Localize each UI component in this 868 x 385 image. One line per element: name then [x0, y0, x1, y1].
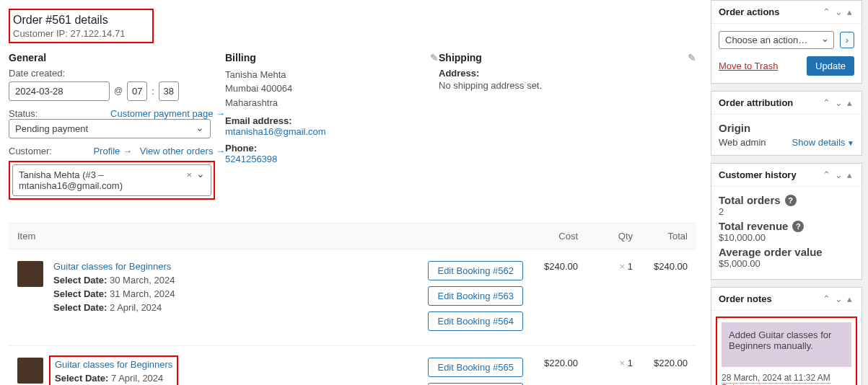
edit-billing-icon[interactable]: ✎	[430, 52, 439, 63]
note-meta: 28 March, 2024 at 11:32 AM Delete note	[722, 373, 851, 385]
billing-addr1: Mumbai 400064	[225, 81, 439, 96]
origin-label: Origin	[719, 122, 854, 134]
history-title: Customer history	[719, 169, 797, 180]
col-qty: Qty	[578, 231, 633, 242]
panel-down-icon[interactable]: ⌄	[833, 6, 845, 17]
customer-select-box: Tanisha Mehta (#3 – mtanisha16@gmail.com…	[9, 161, 215, 200]
panel-up-icon[interactable]: ⌃	[820, 97, 833, 108]
panel-up-icon[interactable]: ⌃	[820, 293, 833, 304]
update-button[interactable]: Update	[807, 56, 854, 76]
billing-heading: Billing	[225, 52, 256, 63]
item-total: $220.00	[633, 358, 688, 368]
edit-booking-button[interactable]: Edit Booking #562	[428, 261, 523, 280]
orders-value: 2	[719, 206, 854, 217]
cost-cells: $220.00 × 1 $220.00	[523, 358, 688, 368]
item-qty: × 1	[578, 358, 633, 368]
date-input[interactable]	[9, 81, 110, 101]
notes-title: Order notes	[719, 293, 772, 304]
status-select[interactable]: Pending payment	[9, 119, 211, 138]
customer-label: Customer:	[9, 146, 52, 156]
panel-up-icon[interactable]: ⌃	[820, 6, 833, 17]
history-panel: Customer history ⌃⌄▴ Total orders? 2 Tot…	[711, 163, 862, 280]
email-label: Email address:	[225, 115, 439, 126]
clear-customer-icon[interactable]: ×	[186, 169, 192, 180]
booking-buttons: Edit Booking #565Edit Booking #566	[428, 358, 523, 385]
date-row: @ :	[9, 81, 225, 101]
order-actions-panel: Order actions ⌃⌄▴ Choose an action… › Mo…	[711, 0, 862, 84]
revenue-value: $10,000.00	[719, 232, 854, 243]
avg-label: Average order value	[719, 246, 823, 258]
billing-addr2: Maharashtra	[225, 96, 439, 110]
help-icon[interactable]: ?	[792, 221, 804, 232]
date-label: Date created:	[9, 68, 225, 79]
item-info: Guitar classes for BeginnersSelect Date:…	[53, 358, 428, 385]
view-orders-link[interactable]: View other orders →	[140, 146, 225, 156]
product-link[interactable]: Guitar classes for Beginners	[53, 261, 171, 272]
order-actions-title: Order actions	[719, 6, 780, 17]
panel-toggle-icon[interactable]: ▴	[845, 97, 854, 108]
avg-value: $5,000.00	[719, 258, 854, 269]
item-cost: $240.00	[523, 261, 578, 272]
attribution-title: Order attribution	[719, 97, 793, 108]
col-item: Item	[17, 231, 523, 242]
panel-toggle-icon[interactable]: ▴	[845, 6, 854, 17]
item-info: Guitar classes for BeginnersSelect Date:…	[53, 261, 428, 313]
shipping-column: Shipping✎ Address: No shipping address s…	[439, 52, 696, 207]
minute-input[interactable]	[159, 81, 179, 101]
booking-buttons: Edit Booking #562Edit Booking #563Edit B…	[428, 261, 523, 331]
panel-down-icon[interactable]: ⌄	[833, 169, 845, 180]
date-meta: Select Date: 30 March, 2024	[53, 275, 428, 286]
product-link[interactable]: Guitar classes for Beginners	[55, 359, 172, 370]
col-total: Total	[633, 231, 688, 242]
order-title-box: Order #561 details Customer IP: 27.122.1…	[9, 9, 154, 43]
customer-ip: Customer IP: 27.122.14.71	[13, 28, 125, 39]
line-item: Guitar classes for BeginnersSelect Date:…	[9, 249, 696, 346]
customer-payment-link[interactable]: Customer payment page →	[110, 108, 225, 119]
revenue-label: Total revenue	[719, 220, 788, 232]
hour-input[interactable]	[127, 81, 147, 101]
product-thumb	[17, 358, 43, 384]
panel-toggle-icon[interactable]: ▴	[845, 169, 854, 180]
panel-toggle-icon[interactable]: ▴	[845, 293, 854, 304]
shipping-none: No shipping address set.	[439, 79, 696, 93]
phone-label: Phone:	[225, 143, 439, 154]
go-button[interactable]: ›	[840, 32, 854, 48]
date-meta: Select Date: 2 April, 2024	[53, 302, 428, 313]
panel-down-icon[interactable]: ⌄	[833, 97, 845, 108]
order-main: Order #561 details Customer IP: 27.122.1…	[0, 0, 711, 385]
shipping-addr-label: Address:	[439, 68, 696, 79]
order-title: Order #561 details	[13, 13, 125, 28]
move-to-trash-link[interactable]: Move to Trash	[719, 61, 778, 71]
show-details-link[interactable]: Show details	[792, 137, 854, 148]
order-note: Added Guitar classes for Beginners manua…	[722, 322, 851, 367]
shipping-heading: Shipping	[439, 52, 482, 63]
help-icon[interactable]: ?	[785, 195, 797, 206]
date-meta: Select Date: 31 March, 2024	[53, 288, 428, 299]
items-header: Item Cost Qty Total	[9, 223, 696, 249]
col-cost: Cost	[523, 231, 578, 242]
cost-cells: $240.00 × 1 $240.00	[523, 261, 688, 272]
billing-email[interactable]: mtanisha16@gmail.com	[225, 126, 326, 137]
item-total: $240.00	[633, 261, 688, 272]
line-item: Guitar classes for BeginnersSelect Date:…	[9, 346, 696, 385]
edit-booking-button[interactable]: Edit Booking #565	[428, 358, 523, 377]
edit-shipping-icon[interactable]: ✎	[688, 52, 696, 63]
panel-down-icon[interactable]: ⌄	[833, 293, 845, 304]
date-meta: Select Date: 7 April, 2024	[55, 373, 172, 384]
billing-name: Tanisha Mehta	[225, 68, 439, 82]
profile-link[interactable]: Profile →	[93, 146, 131, 156]
edit-booking-button[interactable]: Edit Booking #563	[428, 286, 523, 306]
note-highlight-box: Added Guitar classes for Beginners manua…	[716, 317, 857, 385]
edit-booking-button[interactable]: Edit Booking #564	[428, 311, 523, 331]
panel-up-icon[interactable]: ⌃	[820, 169, 833, 180]
sidebar: Order actions ⌃⌄▴ Choose an action… › Mo…	[711, 0, 868, 385]
billing-column: Billing✎ Tanisha Mehta Mumbai 400064 Mah…	[225, 52, 439, 207]
customer-select[interactable]: Tanisha Mehta (#3 – mtanisha16@gmail.com…	[12, 164, 211, 196]
note-timestamp: 28 March, 2024 at 11:32 AM	[722, 373, 830, 384]
item-cost: $220.00	[523, 358, 578, 368]
status-label: Status:	[9, 108, 38, 119]
billing-phone[interactable]: 5241256398	[225, 154, 277, 164]
action-select[interactable]: Choose an action…	[719, 31, 834, 49]
orders-label: Total orders	[719, 194, 781, 206]
general-heading: General	[9, 52, 225, 63]
